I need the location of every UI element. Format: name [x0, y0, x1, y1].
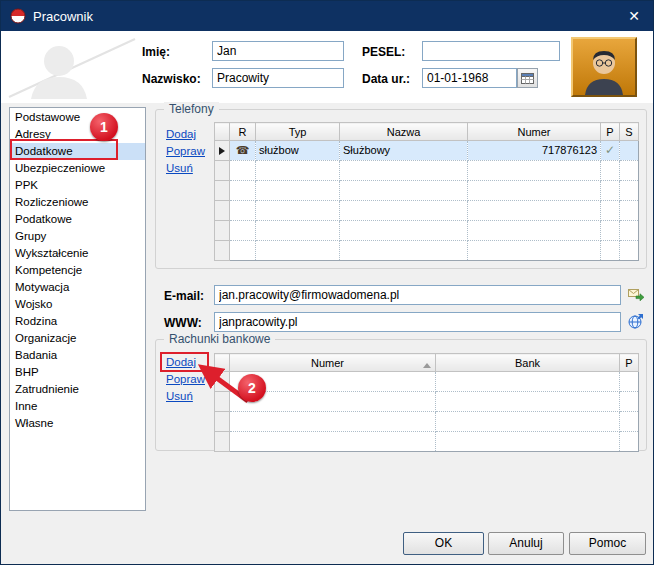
empty-row[interactable]	[215, 161, 639, 181]
empty-cell	[601, 201, 620, 221]
close-button[interactable]: ✕	[615, 1, 653, 31]
phone-p-check-icon: ✓	[601, 141, 620, 161]
empty-row[interactable]	[215, 392, 639, 412]
rachunki-popraw-link[interactable]: Popraw	[166, 373, 205, 385]
sidebar-item-zatrudnienie[interactable]: Zatrudnienie	[10, 381, 145, 398]
sidebar-item-podstawowe[interactable]: Podstawowe	[10, 109, 145, 126]
phones-col-numer[interactable]: Numer	[468, 123, 601, 141]
data-ur-input[interactable]	[422, 68, 517, 88]
sidebar-item-badania[interactable]: Badania	[10, 347, 145, 364]
data-ur-label: Data ur.:	[362, 72, 410, 86]
pesel-input[interactable]	[422, 41, 560, 61]
sidebar-item-podatkowe[interactable]: Podatkowe	[10, 211, 145, 228]
empty-cell	[215, 161, 230, 181]
empty-cell	[230, 432, 436, 452]
app-icon	[10, 8, 26, 24]
empty-cell	[601, 181, 620, 201]
sidebar-item-ubezpieczeniowe[interactable]: Ubezpieczeniowe	[10, 160, 145, 177]
empty-cell	[215, 221, 230, 241]
rachunki-dodaj-link[interactable]: Dodaj	[166, 356, 196, 368]
nazwisko-input[interactable]	[212, 68, 344, 88]
pomoc-button[interactable]: Pomoc	[569, 532, 646, 555]
sidebar-list: PodstawoweAdresyDodatkoweUbezpieczeniowe…	[9, 107, 146, 511]
sidebar-item-wojsko[interactable]: Wojsko	[10, 296, 145, 313]
phone-nazwa-cell: Służbowy	[340, 141, 468, 161]
empty-cell	[256, 161, 340, 181]
sidebar-item-grupy[interactable]: Grupy	[10, 228, 145, 245]
empty-cell	[620, 392, 639, 412]
phone-row-sluzbowy[interactable]: ☎ służbow Służbowy 717876123 ✓	[215, 141, 639, 161]
www-globe-icon	[628, 313, 644, 329]
phones-table: R Typ Nazwa Numer P S ☎ służbow Służbowy…	[214, 122, 639, 261]
sidebar-item-ppk[interactable]: PPK	[10, 177, 145, 194]
telefony-dodaj-link[interactable]: Dodaj	[166, 128, 196, 140]
phones-col-r[interactable]: R	[230, 123, 256, 141]
send-email-icon	[628, 287, 645, 302]
person-icon	[573, 39, 635, 95]
phones-col-nazwa[interactable]: Nazwa	[340, 123, 468, 141]
empty-row[interactable]	[215, 201, 639, 221]
photo-placeholder	[7, 35, 137, 99]
banks-col-p[interactable]: P	[620, 354, 639, 372]
sidebar-item-adresy[interactable]: Adresy	[10, 126, 145, 143]
sidebar-item-rodzina[interactable]: Rodzina	[10, 313, 145, 330]
ok-button[interactable]: OK	[403, 532, 484, 555]
empty-row[interactable]	[215, 432, 639, 452]
titlebar[interactable]: Pracownik ✕	[1, 1, 653, 31]
www-label: WWW:	[164, 316, 202, 330]
phones-col-s[interactable]: S	[620, 123, 639, 141]
empty-cell	[215, 241, 230, 261]
empty-row[interactable]	[215, 181, 639, 201]
empty-cell	[230, 181, 256, 201]
empty-cell	[620, 241, 639, 261]
empty-cell	[468, 161, 601, 181]
empty-cell	[468, 181, 601, 201]
empty-cell	[468, 241, 601, 261]
telefony-popraw-link[interactable]: Popraw	[166, 145, 205, 157]
sidebar-item-motywacja[interactable]: Motywacja	[10, 279, 145, 296]
sidebar-item-organizacje[interactable]: Organizacje	[10, 330, 145, 347]
person-silhouette-icon	[7, 35, 137, 99]
step1-badge: 1	[90, 113, 118, 141]
sidebar-item-kompetencje[interactable]: Kompetencje	[10, 262, 145, 279]
open-www-button[interactable]	[628, 313, 646, 329]
empty-cell	[256, 181, 340, 201]
empty-row[interactable]	[215, 241, 639, 261]
sidebar-item-wykszta-cenie[interactable]: Wykształcenie	[10, 245, 145, 262]
telefony-usun-link[interactable]: Usuń	[166, 162, 193, 174]
send-email-button[interactable]	[628, 287, 646, 303]
sidebar-item-rozliczeniowe[interactable]: Rozliczeniowe	[10, 194, 145, 211]
phones-col-p[interactable]: P	[601, 123, 620, 141]
sort-asc-icon	[423, 363, 431, 368]
phones-selector-header	[215, 123, 230, 141]
anuluj-button[interactable]: Anuluj	[488, 532, 564, 555]
rachunki-groupbox: Rachunki bankowe Dodaj Popraw Usuń Numer…	[155, 339, 647, 451]
imie-input[interactable]	[212, 41, 344, 61]
banks-col-numer[interactable]: Numer	[230, 354, 436, 372]
banks-col-numer-label: Numer	[311, 357, 344, 369]
phones-col-typ[interactable]: Typ	[256, 123, 340, 141]
calendar-button[interactable]	[517, 68, 538, 88]
email-input[interactable]	[214, 285, 621, 305]
rachunki-usun-link[interactable]: Usuń	[166, 390, 193, 402]
sidebar-item-w-asne[interactable]: Własne	[10, 415, 145, 432]
empty-cell	[436, 412, 620, 432]
rachunki-group-title: Rachunki bankowe	[164, 332, 275, 346]
banks-selector-header	[215, 354, 230, 372]
header-panel: Imię: Nazwisko: PESEL: Data ur.:	[1, 31, 653, 103]
imie-label: Imię:	[142, 45, 170, 59]
banks-col-bank[interactable]: Bank	[436, 354, 620, 372]
email-label: E-mail:	[164, 289, 204, 303]
empty-cell	[468, 201, 601, 221]
empty-row[interactable]	[215, 372, 639, 392]
window-title: Pracownik	[33, 9, 93, 24]
sidebar-item-dodatkowe[interactable]: Dodatkowe	[10, 143, 145, 160]
empty-row[interactable]	[215, 221, 639, 241]
empty-cell	[230, 201, 256, 221]
telefony-groupbox: Telefony Dodaj Popraw Usuń R Typ Nazwa N…	[155, 109, 647, 269]
sidebar-item-inne[interactable]: Inne	[10, 398, 145, 415]
sidebar-item-bhp[interactable]: BHP	[10, 364, 145, 381]
www-input[interactable]	[214, 312, 621, 332]
telefony-group-title: Telefony	[164, 102, 219, 116]
empty-row[interactable]	[215, 412, 639, 432]
